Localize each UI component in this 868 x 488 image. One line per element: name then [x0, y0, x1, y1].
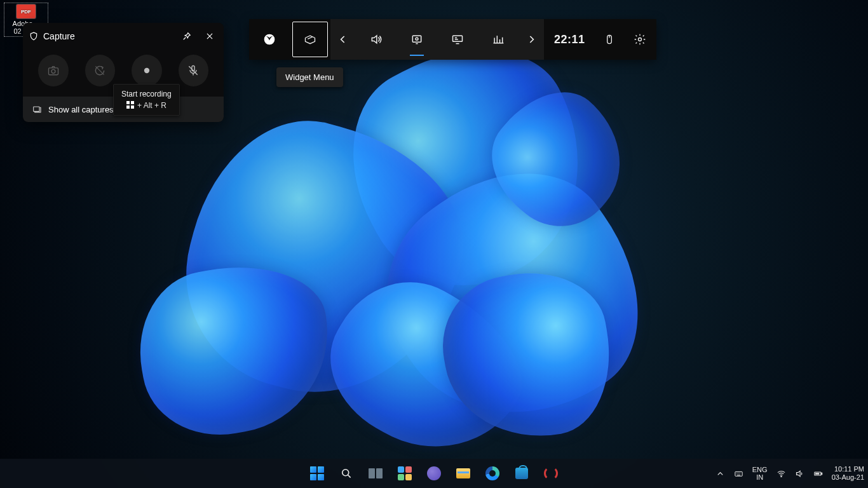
battery-button[interactable] — [813, 469, 823, 478]
svg-rect-0 — [48, 68, 58, 75]
file-explorer-button[interactable] — [451, 461, 476, 486]
svg-rect-8 — [453, 36, 463, 41]
mouse-icon — [603, 33, 616, 46]
gamebar-settings-button[interactable] — [623, 19, 656, 60]
camera-icon — [47, 64, 60, 77]
resources-widget-button[interactable] — [478, 19, 519, 60]
taskbar-clock[interactable]: 10:11 PM 03-Aug-21 — [832, 465, 864, 482]
svg-point-2 — [144, 68, 149, 73]
bar-chart-icon — [492, 33, 505, 46]
battery-icon — [813, 469, 823, 478]
record-icon — [140, 64, 153, 77]
gamebar-toolbar: 22:11 — [249, 19, 656, 60]
svg-point-7 — [416, 37, 418, 40]
start-recording-tooltip: Start recording + Alt + R — [113, 84, 180, 116]
file-explorer-icon — [456, 468, 470, 478]
tooltip-shortcut: + Alt + R — [121, 101, 172, 110]
start-button[interactable] — [304, 461, 330, 486]
svg-rect-16 — [815, 473, 819, 475]
widget-menu-button[interactable] — [290, 19, 330, 60]
widgets-icon — [398, 466, 412, 480]
gallery-icon — [32, 104, 42, 114]
mouse-indicator — [595, 19, 623, 60]
tooltip-title: Start recording — [121, 90, 172, 98]
replay-icon — [93, 64, 106, 77]
edge-button[interactable] — [480, 461, 505, 486]
mic-toggle-button[interactable] — [179, 55, 209, 86]
pin-button[interactable] — [178, 28, 196, 44]
widget-menu-icon — [304, 33, 316, 46]
teams-button[interactable] — [421, 461, 447, 486]
start-recording-button[interactable] — [132, 55, 162, 86]
svg-rect-4 — [34, 107, 39, 111]
performance-widget-button[interactable] — [437, 19, 478, 60]
xbox-button[interactable] — [249, 19, 290, 60]
show-all-captures-label: Show all captures — [48, 105, 114, 114]
taskbar-time: 10:11 PM — [832, 465, 864, 473]
taskview-button[interactable] — [363, 461, 388, 486]
chevron-left-icon — [337, 33, 349, 46]
widgets-button[interactable] — [392, 461, 417, 486]
widget-menu-tooltip: Widget Menu — [276, 67, 343, 87]
language-line1: ENG — [752, 466, 768, 473]
gear-icon — [634, 33, 646, 46]
record-last-button[interactable] — [85, 55, 116, 86]
chevron-right-icon — [525, 33, 538, 46]
keyboard-icon — [734, 469, 743, 478]
scroll-left-button[interactable] — [330, 19, 356, 60]
capture-title: Capture — [43, 31, 173, 41]
search-icon — [340, 467, 353, 480]
start-icon — [310, 466, 324, 480]
close-icon — [205, 32, 214, 41]
wifi-button[interactable] — [776, 469, 786, 478]
volume-icon — [795, 469, 804, 478]
chevron-up-icon — [715, 469, 725, 478]
audio-icon — [370, 33, 383, 46]
gamebar-clock: 22:11 — [544, 33, 595, 46]
wifi-icon — [776, 469, 786, 478]
mic-off-icon — [187, 64, 200, 77]
svg-point-10 — [638, 38, 641, 41]
taskview-icon — [369, 468, 383, 478]
volume-button[interactable] — [795, 469, 804, 478]
search-button[interactable] — [334, 461, 359, 486]
opera-button[interactable] — [538, 461, 564, 486]
tray-overflow-button[interactable] — [715, 469, 725, 478]
svg-point-11 — [342, 470, 349, 476]
pdf-icon: PDF — [17, 4, 36, 18]
audio-widget-button[interactable] — [356, 19, 397, 60]
capture-icon — [410, 33, 423, 46]
store-button[interactable] — [509, 461, 534, 486]
windows-key-icon — [126, 101, 134, 109]
store-icon — [515, 468, 528, 479]
svg-rect-6 — [412, 36, 421, 42]
taskbar-date: 03-Aug-21 — [832, 473, 864, 482]
language-line2: IN — [752, 473, 768, 481]
xbox-icon — [263, 33, 276, 46]
svg-rect-15 — [821, 473, 822, 475]
opera-icon — [544, 466, 558, 480]
shield-icon — [29, 32, 38, 41]
language-indicator[interactable]: ENG IN — [752, 466, 768, 481]
display-icon — [451, 33, 464, 46]
touch-keyboard-button[interactable] — [734, 469, 743, 478]
close-button[interactable] — [201, 28, 219, 44]
teams-icon — [427, 466, 441, 480]
edge-icon — [485, 466, 499, 480]
scroll-right-button[interactable] — [519, 19, 544, 60]
svg-point-1 — [51, 69, 55, 73]
svg-point-13 — [781, 476, 782, 477]
taskbar: ENG IN 10:11 PM 03-Aug-21 — [0, 459, 868, 488]
capture-widget-button[interactable] — [397, 19, 437, 60]
screenshot-button[interactable] — [38, 55, 69, 86]
pin-icon — [182, 32, 191, 41]
